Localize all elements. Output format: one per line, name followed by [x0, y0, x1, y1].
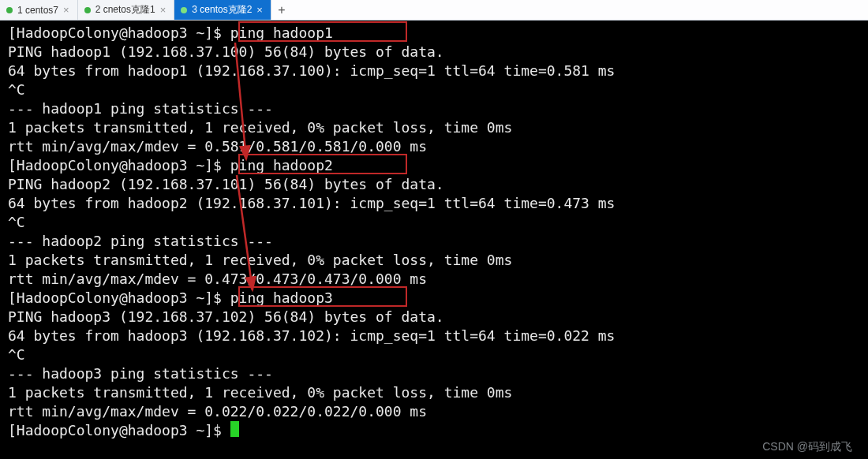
command-text: ping hadoop1	[230, 24, 333, 41]
terminal-output: 1 packets transmitted, 1 received, 0% pa…	[8, 384, 512, 401]
status-dot-icon	[181, 7, 187, 13]
tab-label: 1 centos7	[17, 5, 58, 16]
terminal-output: 64 bytes from hadoop2 (192.168.37.101): …	[8, 195, 615, 211]
terminal-output: PING hadoop2 (192.168.37.101) 56(84) byt…	[8, 176, 444, 192]
terminal-output: --- hadoop2 ping statistics ---	[8, 233, 273, 249]
terminal-output: 1 packets transmitted, 1 received, 0% pa…	[8, 119, 512, 136]
tab-label: 3 centos克隆2	[192, 3, 252, 17]
tab-1[interactable]: 1 centos7 ×	[0, 0, 78, 20]
terminal-output: PING hadoop3 (192.168.37.102) 56(84) byt…	[8, 308, 444, 325]
tab-3[interactable]: 3 centos克隆2 ×	[174, 0, 271, 20]
terminal-output: --- hadoop3 ping statistics ---	[8, 365, 273, 382]
terminal-output: rtt min/avg/max/mdev = 0.022/0.022/0.022…	[8, 403, 427, 420]
terminal-output: --- hadoop1 ping statistics ---	[8, 100, 273, 117]
command-text: ping hadoop2	[230, 157, 333, 174]
terminal-output: 64 bytes from hadoop1 (192.168.37.100): …	[8, 62, 615, 79]
terminal-output: PING hadoop1 (192.168.37.100) 56(84) byt…	[8, 43, 444, 60]
terminal-output: ^C	[8, 346, 25, 363]
prompt: [HadoopColony@hadoop3 ~]$	[8, 289, 230, 306]
command-text: ping hadoop3	[230, 289, 333, 306]
terminal-output: ^C	[8, 81, 25, 98]
terminal-output: rtt min/avg/max/mdev = 0.473/0.473/0.473…	[8, 271, 427, 287]
tab-label: 2 cnetos克隆1	[95, 3, 155, 17]
tab-2[interactable]: 2 cnetos克隆1 ×	[78, 0, 175, 20]
terminal-output: 1 packets transmitted, 1 received, 0% pa…	[8, 252, 512, 268]
cursor-icon	[230, 421, 239, 437]
new-tab-button[interactable]: +	[271, 0, 292, 20]
terminal-output: rtt min/avg/max/mdev = 0.581/0.581/0.581…	[8, 138, 427, 155]
prompt: [HadoopColony@hadoop3 ~]$	[8, 422, 230, 438]
close-icon[interactable]: ×	[256, 5, 263, 15]
prompt: [HadoopColony@hadoop3 ~]$	[8, 24, 230, 41]
close-icon[interactable]: ×	[63, 5, 69, 15]
status-dot-icon	[6, 7, 13, 13]
terminal-output: 64 bytes from hadoop3 (192.168.37.102): …	[8, 327, 615, 344]
close-icon[interactable]: ×	[160, 5, 166, 15]
terminal[interactable]: [HadoopColony@hadoop3 ~]$ ping hadoop1 P…	[0, 21, 868, 459]
status-dot-icon	[84, 7, 91, 13]
tab-bar: 1 centos7 × 2 cnetos克隆1 × 3 centos克隆2 × …	[0, 0, 868, 21]
prompt: [HadoopColony@hadoop3 ~]$	[8, 157, 230, 174]
terminal-output: ^C	[8, 214, 25, 230]
